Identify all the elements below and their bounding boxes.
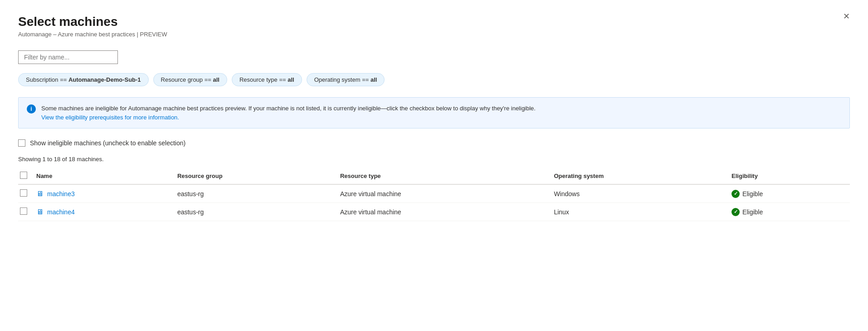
table-header-row: Name Resource group Resource type Operat… (18, 168, 850, 184)
resource-type-cell: Azure virtual machine (340, 203, 554, 221)
operating-system-filter-value: all (371, 76, 377, 83)
operating-system-filter-pill[interactable]: Operating system == all (307, 73, 385, 86)
operating-system-filter-label: Operating system == all (314, 76, 377, 83)
eligibility-column-header: Eligibility (731, 168, 850, 184)
eligibility-container: Eligible (731, 208, 844, 216)
operating-system-cell: Linux (554, 203, 731, 221)
machines-table-body: 🖥 machine3 eastus-rg Azure virtual machi… (18, 184, 850, 221)
eligibility-prerequisites-link[interactable]: View the eligibility prerequisites for m… (41, 114, 179, 121)
machine-name-text[interactable]: machine4 (47, 208, 75, 216)
operating-system-column-header: Operating system (554, 168, 731, 184)
filter-by-name-input[interactable] (18, 50, 118, 64)
resource-group-cell: eastus-rg (177, 184, 340, 203)
select-all-header[interactable] (18, 168, 36, 184)
table-row: 🖥 machine4 eastus-rg Azure virtual machi… (18, 203, 850, 221)
show-ineligible-label[interactable]: Show ineligible machines (uncheck to ena… (18, 139, 850, 147)
show-ineligible-text: Show ineligible machines (uncheck to ena… (30, 139, 185, 147)
row-select-cell[interactable] (18, 184, 36, 203)
subscription-filter-value: Automanage-Demo-Sub-1 (68, 76, 141, 83)
eligibility-text: Eligible (742, 208, 763, 216)
showing-count-text: Showing 1 to 18 of 18 machines. (18, 156, 850, 163)
close-button[interactable]: ✕ (839, 9, 853, 24)
vm-icon: 🖥 (36, 190, 44, 198)
info-icon: i (27, 104, 36, 114)
machines-table: Name Resource group Resource type Operat… (18, 168, 850, 221)
machine-name-cell: 🖥 machine4 (36, 203, 177, 221)
info-banner-main-text: Some machines are ineligible for Automan… (41, 105, 536, 112)
page-subtitle: Automanage – Azure machine best practice… (18, 31, 850, 38)
resource-type-cell: Azure virtual machine (340, 184, 554, 203)
operating-system-cell: Windows (554, 184, 731, 203)
resource-group-column-header: Resource group (177, 168, 340, 184)
machine-name-text[interactable]: machine3 (47, 190, 75, 198)
select-all-checkbox[interactable] (20, 172, 27, 179)
row-select-cell[interactable] (18, 203, 36, 221)
resource-group-filter-label: Resource group == all (161, 76, 219, 83)
resource-type-filter-label: Resource type == all (239, 76, 294, 83)
resource-group-filter-value: all (213, 76, 219, 83)
resource-group-filter-pill[interactable]: Resource group == all (153, 73, 227, 86)
name-column-header: Name (36, 168, 177, 184)
subscription-filter-pill[interactable]: Subscription == Automanage-Demo-Sub-1 (18, 73, 149, 86)
show-ineligible-checkbox[interactable] (18, 139, 25, 147)
resource-type-filter-pill[interactable]: Resource type == all (232, 73, 302, 86)
row-checkbox[interactable] (20, 207, 27, 215)
table-row: 🖥 machine3 eastus-rg Azure virtual machi… (18, 184, 850, 203)
row-checkbox[interactable] (20, 189, 27, 197)
eligibility-text: Eligible (742, 190, 763, 198)
vm-icon: 🖥 (36, 208, 44, 216)
info-banner: i Some machines are ineligible for Autom… (18, 97, 850, 128)
eligible-icon (731, 190, 740, 198)
eligibility-container: Eligible (731, 190, 844, 198)
resource-type-column-header: Resource type (340, 168, 554, 184)
machine-name-container: 🖥 machine3 (36, 190, 172, 198)
info-banner-text: Some machines are ineligible for Automan… (41, 104, 536, 122)
eligibility-cell: Eligible (731, 184, 850, 203)
eligible-icon (731, 208, 740, 216)
page-title: Select machines (18, 15, 850, 29)
machine-name-cell: 🖥 machine3 (36, 184, 177, 203)
eligibility-cell: Eligible (731, 203, 850, 221)
subscription-filter-label: Subscription == Automanage-Demo-Sub-1 (26, 76, 141, 83)
resource-type-filter-value: all (288, 76, 294, 83)
resource-group-cell: eastus-rg (177, 203, 340, 221)
machine-name-container: 🖥 machine4 (36, 208, 172, 216)
filter-pills: Subscription == Automanage-Demo-Sub-1 Re… (18, 73, 850, 86)
